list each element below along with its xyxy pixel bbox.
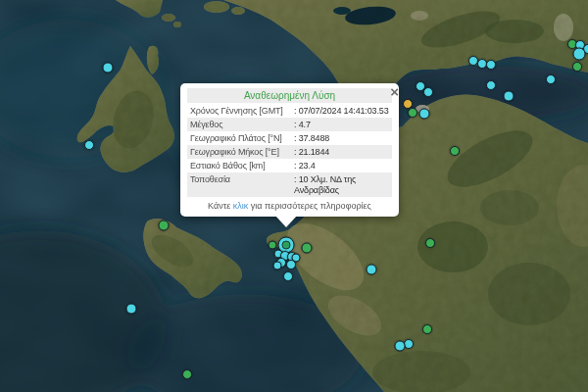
popup-tail bbox=[275, 216, 297, 227]
earthquake-marker[interactable] bbox=[572, 62, 582, 72]
earthquake-marker[interactable] bbox=[486, 80, 496, 90]
row-longitude: Γεωγραφικό Μήκος [°E] : 21.1844 bbox=[187, 145, 392, 159]
row-label: Εστιακό Βάθος [km] bbox=[190, 161, 294, 172]
earthquake-marker[interactable] bbox=[419, 109, 430, 120]
more-info-link[interactable]: κλικ bbox=[233, 201, 249, 211]
row-value: : 23.4 bbox=[294, 161, 389, 172]
earthquake-marker[interactable] bbox=[423, 87, 433, 97]
row-value: : 10 Χλμ. ΝΔ της Ανδραβίδας bbox=[294, 174, 389, 196]
earthquake-marker[interactable] bbox=[573, 48, 586, 61]
row-label: Γεωγραφικό Μήκος [°E] bbox=[190, 147, 294, 158]
row-latitude: Γεωγραφικό Πλάτος [°N] : 37.8488 bbox=[187, 131, 392, 145]
earthquake-map-app: × Αναθεωρημένη Λύση Χρόνος Γέννησης [GMT… bbox=[0, 0, 588, 392]
earthquake-marker[interactable] bbox=[273, 262, 282, 270]
earthquake-marker[interactable] bbox=[408, 108, 417, 118]
footer-text: Κάντε bbox=[208, 201, 233, 211]
earthquake-marker[interactable] bbox=[450, 146, 460, 156]
row-label: Χρόνος Γέννησης [GMT] bbox=[190, 106, 294, 117]
row-label: Τοποθεσία bbox=[190, 174, 294, 196]
earthquake-marker[interactable] bbox=[404, 339, 414, 349]
earthquake-marker[interactable] bbox=[546, 74, 556, 84]
footer-text: για περισσότερες πληροφορίες bbox=[248, 201, 371, 211]
row-label: Γεωγραφικό Πλάτος [°N] bbox=[190, 133, 294, 144]
earthquake-popup: × Αναθεωρημένη Λύση Χρόνος Γέννησης [GMT… bbox=[180, 83, 399, 217]
earthquake-marker[interactable] bbox=[286, 260, 296, 270]
popup-footer: Κάντε κλικ για περισσότερες πληροφορίες bbox=[187, 197, 392, 213]
popup-title: Αναθεωρημένη Λύση bbox=[187, 88, 392, 103]
earthquake-marker[interactable] bbox=[126, 304, 137, 315]
main-marker-core bbox=[282, 241, 291, 250]
earthquake-marker[interactable] bbox=[425, 238, 435, 248]
earthquake-marker[interactable] bbox=[269, 241, 277, 250]
earthquake-marker[interactable] bbox=[422, 324, 432, 334]
row-value: : 21.1844 bbox=[294, 147, 389, 158]
row-value: : 37.8488 bbox=[294, 133, 389, 144]
earthquake-marker[interactable] bbox=[84, 140, 94, 150]
earthquake-marker[interactable] bbox=[486, 60, 496, 70]
earthquake-marker[interactable] bbox=[283, 271, 293, 281]
row-location: Τοποθεσία : 10 Χλμ. ΝΔ της Ανδραβίδας bbox=[187, 172, 392, 197]
row-value: : 4.7 bbox=[294, 120, 389, 130]
row-label: Μέγεθος bbox=[190, 120, 294, 130]
row-magnitude: Μέγεθος : 4.7 bbox=[187, 118, 392, 131]
earthquake-marker[interactable] bbox=[367, 265, 377, 275]
row-origin-time: Χρόνος Γέννησης [GMT] : 07/07/2024 14:41… bbox=[187, 104, 392, 118]
row-depth: Εστιακό Βάθος [km] : 23.4 bbox=[187, 159, 392, 172]
earthquake-marker[interactable] bbox=[395, 341, 406, 352]
popup-table: Χρόνος Γέννησης [GMT] : 07/07/2024 14:41… bbox=[187, 104, 392, 197]
earthquake-marker[interactable] bbox=[159, 220, 170, 231]
earthquake-marker[interactable] bbox=[103, 63, 114, 74]
close-icon[interactable]: × bbox=[386, 83, 403, 100]
earthquake-marker[interactable] bbox=[302, 243, 313, 254]
earthquake-marker[interactable] bbox=[182, 369, 192, 379]
earthquake-marker[interactable] bbox=[504, 91, 514, 102]
row-value: : 07/07/2024 14:41:03.53 bbox=[294, 106, 389, 117]
